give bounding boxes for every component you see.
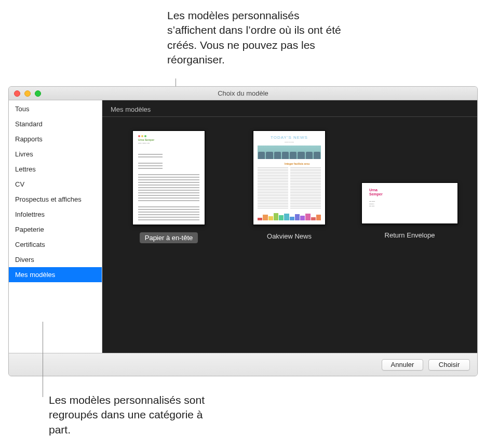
sidebar-item-tous[interactable]: Tous [9, 101, 102, 116]
callout-bottom: Les modèles personnalisés sont regroupés… [49, 393, 225, 437]
sidebar-item-mes-modeles[interactable]: Mes modèles [9, 267, 102, 282]
sidebar-item-lettres[interactable]: Lettres [9, 162, 102, 177]
sidebar-item-cv[interactable]: CV [9, 177, 102, 192]
sidebar-item-standard[interactable]: Standard [9, 116, 102, 131]
section-header: Mes modèles [102, 100, 477, 117]
sidebar-item-rapports[interactable]: Rapports [9, 131, 102, 147]
template-label: Papier à en-tête [140, 232, 198, 243]
template-label: Oakview News [267, 232, 312, 240]
template-item-newsletter[interactable]: TODAY'S NEWS ••••••••••••••••• Integer f… [244, 130, 335, 240]
sidebar-item-livres[interactable]: Livres [9, 147, 102, 162]
template-grid: Urna Semper •••••• • •••••• • •••• [102, 117, 477, 257]
template-thumbnail: UrnaSemper •••• •••••• ••••••••• •••• ••… [361, 182, 458, 224]
template-label: Return Envelope [385, 231, 435, 239]
sidebar-item-prospectus[interactable]: Prospectus et affiches [9, 192, 102, 207]
sidebar: Tous Standard Rapports Livres Lettres CV… [9, 100, 102, 353]
sidebar-item-certificats[interactable]: Certificats [9, 237, 102, 252]
sidebar-item-papeterie[interactable]: Papeterie [9, 222, 102, 237]
sidebar-item-divers[interactable]: Divers [9, 252, 102, 267]
callout-top: Les modèles personnalisés s’affichent da… [167, 8, 344, 67]
template-chooser-window: Choix du modèle Tous Standard Rapports L… [8, 86, 478, 376]
cancel-button[interactable]: Annuler [382, 359, 423, 371]
template-item-envelope[interactable]: UrnaSemper •••• •••••• ••••••••• •••• ••… [364, 130, 455, 239]
template-thumbnail: TODAY'S NEWS ••••••••••••••••• Integer f… [253, 130, 326, 225]
template-thumbnail: Urna Semper •••••• • •••••• • •••• [132, 130, 205, 225]
content-area: Mes modèles Urna Semper •••••• • •••••• … [102, 100, 477, 353]
callout-pointer-bottom [43, 322, 43, 397]
choose-button[interactable]: Choisir [428, 359, 470, 371]
titlebar: Choix du modèle [9, 87, 477, 100]
window-title: Choix du modèle [9, 89, 477, 97]
footer: Annuler Choisir [9, 353, 477, 376]
sidebar-item-infolettres[interactable]: Infolettres [9, 207, 102, 222]
template-item-letterhead[interactable]: Urna Semper •••••• • •••••• • •••• [123, 130, 214, 243]
